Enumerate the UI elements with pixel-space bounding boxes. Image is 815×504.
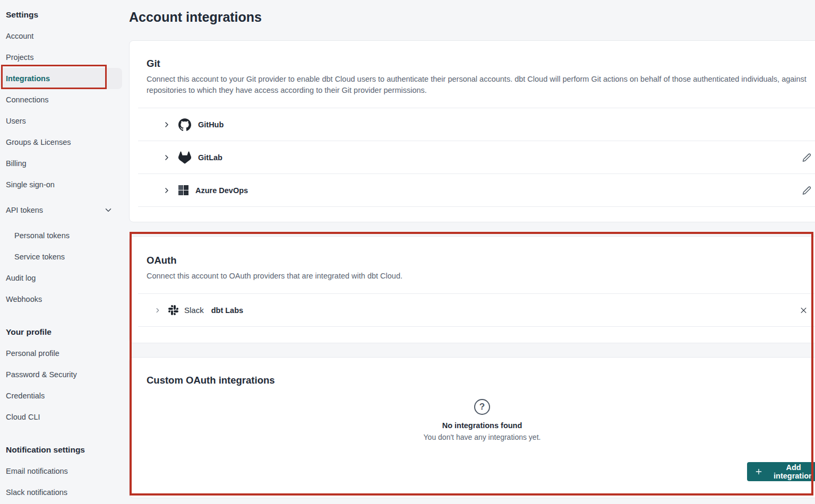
chevron-down-icon[interactable] xyxy=(104,205,113,215)
empty-state-title: No integrations found xyxy=(130,421,815,430)
git-row-github[interactable]: GitHub xyxy=(138,108,815,141)
sidebar-item-api-tokens[interactable]: API tokens xyxy=(0,199,129,221)
main-content: Account integrations Git Connect this ac… xyxy=(129,0,815,504)
add-integration-button[interactable]: Add integration xyxy=(747,462,815,481)
git-row-label: GitLab xyxy=(198,153,222,162)
sidebar-item-email-notifications[interactable]: Email notifications xyxy=(0,460,129,482)
git-section-card: Git Connect this account to your Git pro… xyxy=(129,40,815,222)
chevron-right-icon[interactable] xyxy=(162,186,171,195)
sidebar-section-settings: Settings xyxy=(0,4,129,25)
git-section-title: Git xyxy=(147,58,815,69)
github-icon xyxy=(178,118,191,131)
question-mark-icon: ? xyxy=(474,399,490,415)
sidebar-item-password-security[interactable]: Password & Security xyxy=(0,364,129,385)
slack-icon xyxy=(168,305,178,315)
azure-devops-icon xyxy=(178,185,188,195)
chevron-right-icon[interactable] xyxy=(162,153,171,162)
page-title: Account integrations xyxy=(129,7,815,27)
settings-sidebar: Settings Account Projects Integrations C… xyxy=(0,0,129,504)
gitlab-icon xyxy=(178,151,191,164)
sidebar-item-audit-log[interactable]: Audit log xyxy=(0,267,129,289)
git-row-azure-devops[interactable]: Azure DevOps xyxy=(138,173,815,207)
sidebar-item-personal-tokens[interactable]: Personal tokens xyxy=(0,225,129,246)
git-row-label: GitHub xyxy=(198,120,224,129)
oauth-section-title: OAuth xyxy=(147,255,815,266)
empty-state: ? No integrations found You don't have a… xyxy=(130,399,815,441)
sidebar-item-groups-licenses[interactable]: Groups & Licenses xyxy=(0,132,129,153)
git-provider-list: GitHub GitLab xyxy=(138,108,815,207)
oauth-section-description: Connect this account to OAuth providers … xyxy=(147,271,815,282)
chevron-right-icon[interactable] xyxy=(154,307,161,314)
oauth-row-slack[interactable]: Slack dbt Labs xyxy=(138,293,815,327)
sidebar-item-connections[interactable]: Connections xyxy=(0,89,129,110)
sidebar-item-account[interactable]: Account xyxy=(0,25,129,47)
oauth-provider-label: Slack xyxy=(184,306,204,315)
sidebar-item-credentials[interactable]: Credentials xyxy=(0,385,129,406)
sidebar-item-service-tokens[interactable]: Service tokens xyxy=(0,246,129,267)
sidebar-section-notification-settings: Notification settings xyxy=(0,439,129,460)
oauth-integration-name: dbt Labs xyxy=(211,306,243,315)
close-icon[interactable] xyxy=(799,305,809,315)
sidebar-item-slack-notifications[interactable]: Slack notifications xyxy=(0,482,129,503)
sidebar-item-users[interactable]: Users xyxy=(0,110,129,132)
sidebar-item-webhooks[interactable]: Webhooks xyxy=(0,289,129,310)
account-integrations-page: Settings Account Projects Integrations C… xyxy=(0,0,815,504)
edit-pencil-icon[interactable] xyxy=(801,152,812,163)
git-row-gitlab[interactable]: GitLab xyxy=(138,141,815,173)
custom-oauth-section-title: Custom OAuth integrations xyxy=(147,375,815,386)
sidebar-item-projects[interactable]: Projects xyxy=(0,47,129,68)
sidebar-section-your-profile: Your profile xyxy=(0,321,129,343)
chevron-right-icon[interactable] xyxy=(162,120,171,129)
oauth-provider-list: Slack dbt Labs xyxy=(138,293,815,327)
git-section-description: Connect this account to your Git provide… xyxy=(147,74,815,96)
edit-pencil-icon[interactable] xyxy=(801,185,812,196)
git-row-label: Azure DevOps xyxy=(195,186,248,195)
add-integration-label: Add integration xyxy=(768,463,815,480)
empty-state-subtitle: You don't have any integrations yet. xyxy=(130,433,815,441)
oauth-section-card: OAuth Connect this account to OAuth prov… xyxy=(129,236,815,343)
sidebar-item-single-sign-on[interactable]: Single sign-on xyxy=(0,174,129,195)
sidebar-item-personal-profile[interactable]: Personal profile xyxy=(0,343,129,364)
plus-icon xyxy=(754,467,763,476)
sidebar-item-billing[interactable]: Billing xyxy=(0,153,129,174)
sidebar-item-cloud-cli[interactable]: Cloud CLI xyxy=(0,406,129,428)
sidebar-item-integrations[interactable]: Integrations xyxy=(0,68,122,89)
custom-oauth-section-card: Custom OAuth integrations ? No integrati… xyxy=(129,357,815,498)
